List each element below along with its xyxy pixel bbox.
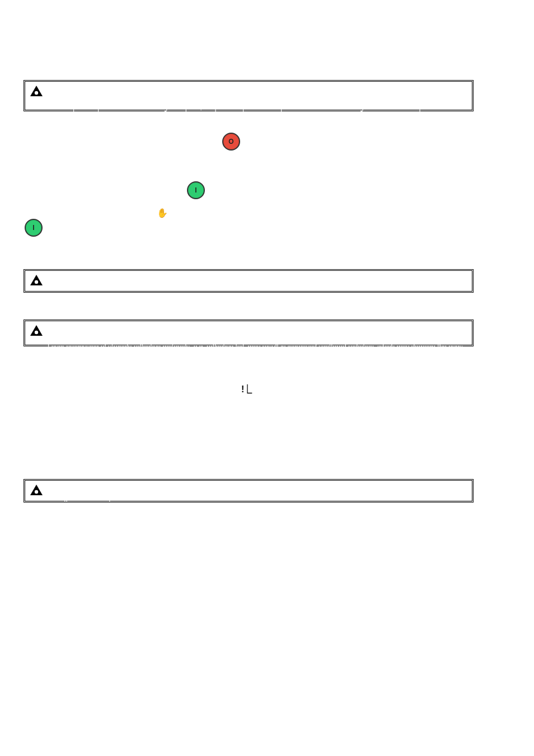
fig1-caption: Fig. 6-19: Focus on workpiece surface [246,161,360,169]
warning-triangle-icon [30,325,43,337]
para-focus-surface: The working area is set by default so th… [24,119,219,159]
warning-triangle-icon [30,484,43,496]
section-title: Laser Working Area [58,44,163,56]
svg-point-5 [35,331,38,334]
warning-box-light-barrier: WARNING The light barrier is a protectiv… [24,479,474,503]
fig3-caption: Fig. 6-21: Persons reaching into the pro… [263,439,493,447]
on-badge-1: I [187,181,205,199]
fig2-caption: Fig. 6-20: Focus for engraving on thicke… [246,235,396,243]
safety-title: Safety precautions for fiber laser [24,354,154,365]
on-badge-2: I [25,219,43,237]
intro-paragraph: The laser beam ionizes the focus area, w… [24,59,471,79]
svg-point-1 [35,91,38,95]
footer-right: 52 / 88 [485,731,506,739]
figure-focus-surface [246,120,470,159]
svg-point-7 [35,490,38,494]
warning-triangle-icon [30,85,43,97]
svg-point-3 [35,280,38,284]
foot-glyph-icon: !⎿ [241,384,251,395]
figure-light-barrier [263,381,470,436]
footer-center: BA 8021_2.1_EN (03/2013) [0,731,534,739]
figure-focus-thicker [246,179,470,229]
header-left: Preparation for laser processing [24,16,119,24]
warning-triangle-icon [30,274,43,287]
header-right: Speedy 100 fiber [455,16,506,24]
warning-light-barrier-text: WARNING The light barrier is a protectiv… [48,484,467,520]
section-number: 6.5.3 [24,44,48,56]
warning-box-fire: WARNING Danger of fire. If a workpiece i… [24,80,474,111]
warning-box-burns: WARNING Serious burns from hot surfaces.… [24,269,474,293]
warning-box-eye: WARNING Eye damage due to laser impact. … [24,320,474,346]
hand-cursor-icon: ✋ [157,208,167,218]
off-badge: O [222,133,240,151]
warning-burns-text: WARNING Serious burns from hot surfaces.… [48,274,467,319]
